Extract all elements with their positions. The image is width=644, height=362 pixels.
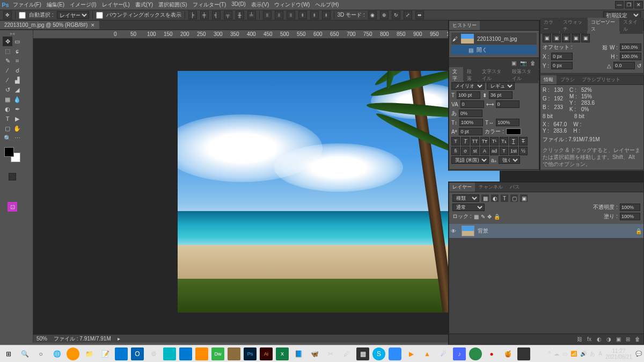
swatch-tab[interactable]: スウォッチ [560,18,587,34]
notepad-icon[interactable]: 📝 [99,347,112,360]
tsume[interactable] [459,110,482,117]
stamp-tool[interactable]: ▟ [12,75,22,85]
align-center-v-icon[interactable]: ╫ [236,11,244,19]
marquee-tool[interactable]: ⬚ [3,46,12,56]
media-icon[interactable]: ▶ [405,347,418,360]
language[interactable]: 英語 (米国) [451,156,489,164]
tray-volume-icon[interactable]: 🔊 [580,351,587,357]
vlc-icon[interactable]: ▲ [421,347,434,360]
layers-tab[interactable]: レイヤー [449,183,475,192]
link-icon[interactable]: ⛓ [602,45,608,50]
app-icon-11[interactable]: ♪ [453,347,466,360]
copysource-tab[interactable]: コピーソース [588,18,619,34]
align-bottom-icon[interactable]: ╧ [247,11,256,19]
opentype-7[interactable]: 1st [509,147,518,155]
menu-image[interactable]: イメージ(I) [68,0,98,10]
edit-toolbar[interactable]: ⋯ [12,133,22,143]
photoshop-icon[interactable]: Ps [244,347,257,360]
offset-y[interactable] [551,62,573,69]
record-icon[interactable]: ● [485,347,498,360]
mask-icon[interactable]: ◐ [595,336,603,343]
distribute-4-icon[interactable]: ⫵ [298,11,307,19]
photos-icon[interactable] [115,347,128,360]
brushpreset-tab[interactable]: ブラシプリセット [579,75,624,84]
illustrator-icon[interactable]: Ai [260,347,273,360]
new-layer-icon[interactable]: ⊞ [624,336,632,343]
menu-3d[interactable]: 3D(D) [229,0,248,10]
dreamweaver-icon[interactable]: Dw [211,347,224,360]
subscript-button[interactable]: T₁ [500,137,508,146]
camera-icon[interactable]: 📷 [519,60,527,67]
distribute-2-icon[interactable]: ⫴ [275,11,283,19]
source-3[interactable]: ▣ [562,34,570,42]
source-2[interactable]: ▣ [552,34,561,42]
fx-icon[interactable]: fx [586,336,593,343]
show-bbox-checkbox[interactable] [96,12,103,19]
link-layers-icon[interactable]: ⛓ [576,336,583,343]
tray-cloud-icon[interactable]: ☁ [554,351,559,357]
font-size[interactable] [457,91,480,99]
app-icon-3[interactable] [195,347,208,360]
crop-tool[interactable]: ⌗ [12,56,22,66]
font-family[interactable]: メイリオ [451,82,485,90]
close-button[interactable]: ✕ [634,1,643,9]
app-icon-14[interactable] [517,347,530,360]
visibility-icon[interactable]: 👁 [451,228,458,234]
app-icon-4[interactable] [228,347,240,360]
tray-battery-icon[interactable]: ▭ [562,351,567,357]
charstyle-tab[interactable]: 文字スタイル [479,67,508,83]
vscale[interactable] [459,119,483,126]
app-icon-13[interactable]: 🍯 [501,347,514,360]
offset-h[interactable] [620,53,641,60]
lock-pos-icon[interactable]: ✥ [487,214,492,220]
menu-file[interactable]: ファイル(F) [11,0,43,10]
italic-button[interactable]: T [461,137,470,146]
menu-filter[interactable]: フィルター(T) [191,0,229,10]
pen-tool[interactable]: ✒ [12,104,22,114]
distribute-6-icon[interactable]: ⫵ [322,11,331,19]
layer-opacity[interactable] [620,204,640,211]
app-icon-7[interactable]: ✂ [324,347,337,360]
underline-button[interactable]: T̲ [509,137,518,146]
toolbox-grip[interactable]: ▸◂ [3,31,22,35]
lock-trans-icon[interactable]: ▦ [474,214,479,220]
antialias[interactable]: 強く [499,156,520,164]
menu-select[interactable]: 選択範囲(S) [156,0,189,10]
brush-tab[interactable]: ブラシ [557,75,578,84]
explorer-icon[interactable]: 📁 [83,347,96,360]
document-tab[interactable]: 22013100_m.jpg @ 50% (RGB/8#) ✕ [0,21,99,29]
zoom-tool[interactable]: 🔍 [3,133,12,143]
menu-type[interactable]: 書式(Y) [133,0,155,10]
app-icon-8[interactable]: 🖊 [340,347,353,360]
app-icon-1[interactable] [163,347,176,360]
allcaps-button[interactable]: TT [471,137,479,146]
excel-icon[interactable]: X [276,347,289,360]
filter-adjust-icon[interactable]: ◐ [491,194,499,202]
mode3d-5-icon[interactable]: ⬌ [415,11,424,19]
menu-help[interactable]: ヘルプ(H) [313,0,341,10]
menu-view[interactable]: 表示(V) [249,0,271,10]
menu-layer[interactable]: レイヤー(L) [100,0,132,10]
opentype-5[interactable]: ad [490,147,499,155]
distribute-3-icon[interactable]: ⫴ [287,11,295,19]
align-left-icon[interactable]: ╞ [188,11,197,19]
mode3d-1-icon[interactable]: ◉ [368,11,377,19]
menu-window[interactable]: ウィンドウ(W) [272,0,312,10]
history-tab[interactable]: ヒストリー [449,21,480,30]
paths-tab[interactable]: パス [507,183,523,192]
settings-icon[interactable]: ⚙ [147,347,160,360]
distribute-5-icon[interactable]: ⫵ [310,11,319,19]
align-center-h-icon[interactable]: ╪ [200,11,209,19]
dodge-tool[interactable]: ◐ [3,104,12,114]
color-tab[interactable]: カラー [540,18,559,34]
firefox-icon[interactable] [67,347,79,360]
tray-lang-icon[interactable]: A [598,351,602,357]
maximize-button[interactable]: ❐ [625,1,633,9]
group-icon[interactable]: ▣ [614,336,622,343]
lock-pixel-icon[interactable]: ✎ [481,214,485,220]
align-right-icon[interactable]: ╡ [212,11,221,19]
layer-row[interactable]: 👁 背景 🔒 [449,224,643,238]
smallcaps-button[interactable]: Tᴛ [480,137,489,146]
snapshot-icon[interactable]: ▣ [510,60,517,67]
opentype-8[interactable]: ½ [519,147,528,155]
